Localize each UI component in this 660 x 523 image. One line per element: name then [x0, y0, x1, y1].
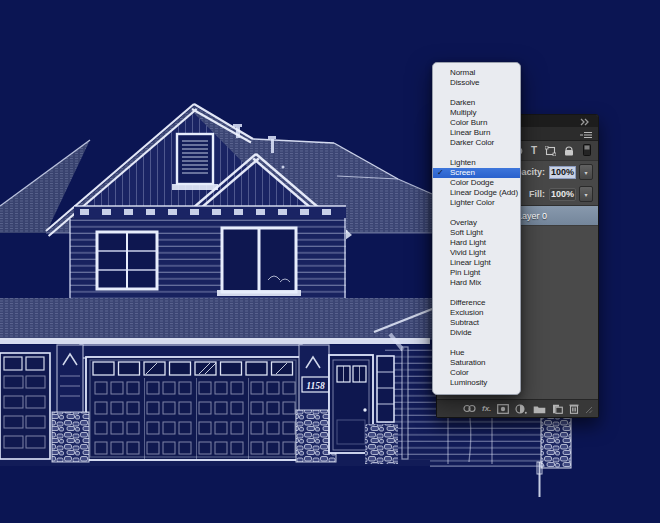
- photoshop-workspace: 1158: [0, 0, 660, 523]
- menu-item-luminosity[interactable]: Luminosity: [433, 378, 520, 388]
- panel-bottom-bar: fx.: [437, 399, 598, 417]
- fill-label: Fill:: [529, 189, 545, 199]
- fx-icon: fx.: [482, 405, 491, 413]
- menu-item-exclusion[interactable]: Exclusion: [433, 308, 520, 318]
- menu-item-hard-light[interactable]: Hard Light: [433, 238, 520, 248]
- menu-item-label: Darken: [450, 98, 475, 107]
- menu-item-darken[interactable]: Darken: [433, 98, 520, 108]
- panel-menu-icon: [580, 131, 592, 139]
- layer-mask-icon: [497, 404, 509, 414]
- filter-shape-button[interactable]: [545, 142, 556, 160]
- menu-item-label: Color Burn: [450, 118, 487, 127]
- filter-smart-object-button[interactable]: [564, 142, 575, 160]
- chevron-down-icon: ▾: [584, 169, 587, 176]
- menu-item-normal[interactable]: Normal: [433, 68, 520, 78]
- menu-item-multiply[interactable]: Multiply: [433, 108, 520, 118]
- menu-item-label: Luminosity: [450, 378, 487, 387]
- menu-item-label: Linear Dodge (Add): [450, 188, 518, 197]
- opacity-input[interactable]: 100%: [549, 166, 576, 179]
- menu-group: NormalDissolve: [433, 68, 520, 88]
- right-window: [217, 228, 301, 296]
- menu-item-darker-color[interactable]: Darker Color: [433, 138, 520, 148]
- smart-object-icon: [564, 146, 575, 156]
- trash-icon: [569, 403, 579, 414]
- menu-item-label: Vivid Light: [450, 248, 486, 257]
- menu-item-linear-dodge-add[interactable]: Linear Dodge (Add): [433, 188, 520, 198]
- menu-item-saturation[interactable]: Saturation: [433, 358, 520, 368]
- left-pillar: [52, 345, 89, 462]
- menu-item-pin-light[interactable]: Pin Light: [433, 268, 520, 278]
- menu-item-label: Hue: [450, 348, 464, 357]
- menu-item-label: Darker Color: [450, 138, 494, 147]
- delete-layer-button[interactable]: [569, 403, 579, 415]
- fill-dropdown-button[interactable]: ▾: [579, 186, 593, 202]
- house-number: 1158: [306, 381, 325, 391]
- menu-item-color-burn[interactable]: Color Burn: [433, 118, 520, 128]
- menu-item-color[interactable]: Color: [433, 368, 520, 378]
- new-layer-icon: [552, 404, 563, 414]
- menu-item-hue[interactable]: Hue: [433, 348, 520, 358]
- menu-item-divide[interactable]: Divide: [433, 328, 520, 338]
- menu-item-label: Pin Light: [450, 268, 480, 277]
- menu-item-linear-burn[interactable]: Linear Burn: [433, 128, 520, 138]
- resize-grip-icon: [585, 406, 593, 414]
- trim-band: [74, 206, 346, 220]
- link-icon: [463, 404, 476, 413]
- menu-item-label: Difference: [450, 298, 485, 307]
- new-group-button[interactable]: [533, 403, 546, 415]
- shape-frame-icon: [545, 146, 556, 156]
- adjustment-layer-icon: [515, 404, 527, 414]
- menu-item-difference[interactable]: Difference: [433, 298, 520, 308]
- menu-item-label: Dissolve: [450, 78, 479, 87]
- menu-item-label: Saturation: [450, 358, 485, 367]
- menu-item-lighten[interactable]: Lighten: [433, 158, 520, 168]
- toggle-switch-icon: [583, 144, 591, 156]
- left-window: [97, 232, 157, 289]
- menu-item-linear-light[interactable]: Linear Light: [433, 258, 520, 268]
- menu-group: DifferenceExclusionSubtractDivide: [433, 298, 520, 338]
- second-floor: [70, 218, 346, 306]
- new-layer-button[interactable]: [552, 403, 563, 415]
- menu-item-subtract[interactable]: Subtract: [433, 318, 520, 328]
- menu-item-label: Hard Light: [450, 238, 486, 247]
- menu-item-label: Color: [450, 368, 469, 377]
- garage-door: [86, 357, 300, 460]
- opacity-dropdown-button[interactable]: ▾: [579, 164, 593, 180]
- menu-item-label: Exclusion: [450, 308, 483, 317]
- menu-item-label: Linear Light: [450, 258, 491, 267]
- fill-input[interactable]: 100%: [549, 188, 576, 201]
- menu-group: HueSaturationColorLuminosity: [433, 348, 520, 388]
- menu-item-dissolve[interactable]: Dissolve: [433, 78, 520, 88]
- menu-group: OverlaySoft LightHard LightVivid LightLi…: [433, 218, 520, 288]
- add-layer-mask-button[interactable]: [497, 403, 509, 415]
- menu-item-label: Multiply: [450, 108, 476, 117]
- link-layers-button[interactable]: [463, 403, 476, 415]
- menu-item-hard-mix[interactable]: Hard Mix: [433, 278, 520, 288]
- menu-item-label: Normal: [450, 68, 475, 77]
- menu-item-label: Color Dodge: [450, 178, 494, 187]
- filter-type-button[interactable]: T: [531, 146, 537, 156]
- menu-item-label: Lighten: [450, 158, 476, 167]
- menu-item-color-dodge[interactable]: Color Dodge: [433, 178, 520, 188]
- left-garage-door: [0, 353, 50, 459]
- layer-name: Layer 0: [517, 211, 547, 221]
- menu-item-label: Linear Burn: [450, 128, 490, 137]
- menu-item-label: Overlay: [450, 218, 477, 227]
- menu-group: Lighten✓ScreenColor DodgeLinear Dodge (A…: [433, 158, 520, 208]
- new-adjustment-layer-button[interactable]: [515, 403, 527, 415]
- menu-item-label: Lighter Color: [450, 198, 495, 207]
- blend-mode-menu: NormalDissolveDarkenMultiplyColor BurnLi…: [432, 62, 521, 395]
- layer-style-button[interactable]: fx.: [482, 403, 491, 415]
- first-floor: 1158: [0, 334, 455, 466]
- menu-item-overlay[interactable]: Overlay: [433, 218, 520, 228]
- filter-toggle-switch[interactable]: [583, 142, 591, 160]
- menu-item-lighter-color[interactable]: Lighter Color: [433, 198, 520, 208]
- menu-item-soft-light[interactable]: Soft Light: [433, 228, 520, 238]
- menu-item-vivid-light[interactable]: Vivid Light: [433, 248, 520, 258]
- menu-item-label: Subtract: [450, 318, 479, 327]
- panel-menu-button[interactable]: [580, 125, 592, 143]
- menu-group: DarkenMultiplyColor BurnLinear BurnDarke…: [433, 98, 520, 148]
- porch-roof: [0, 298, 455, 346]
- menu-item-screen[interactable]: ✓Screen: [433, 168, 520, 178]
- panel-resize-grip[interactable]: [585, 400, 593, 418]
